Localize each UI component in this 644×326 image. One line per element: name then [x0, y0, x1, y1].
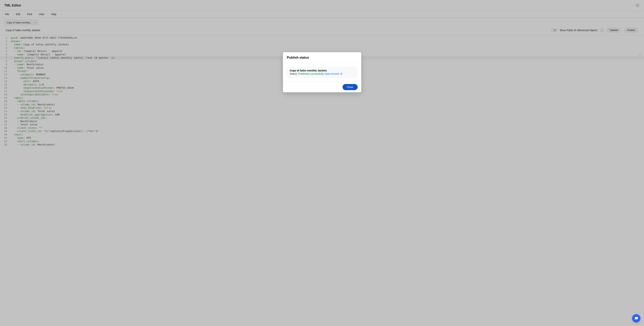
chat-fab[interactable]: [632, 314, 640, 323]
open-answer-link[interactable]: Open Answer: [324, 72, 342, 75]
external-link-icon: [340, 73, 342, 75]
status-value: Published successfully: [298, 72, 324, 75]
modal-overlay: Publish status Copy of Sales monthly Jac…: [0, 0, 644, 326]
status-label: Status:: [290, 72, 298, 75]
modal-title: Publish status: [283, 52, 361, 63]
open-answer-link-text: Open Answer: [324, 72, 340, 75]
publish-status-modal: Publish status Copy of Sales monthly Jac…: [283, 52, 361, 92]
status-card: Copy of Sales monthly Jackets Status: Pu…: [287, 66, 357, 78]
chat-icon: [634, 316, 638, 320]
modal-close-button[interactable]: Close: [342, 84, 358, 90]
status-item-title: Copy of Sales monthly Jackets: [290, 69, 354, 72]
